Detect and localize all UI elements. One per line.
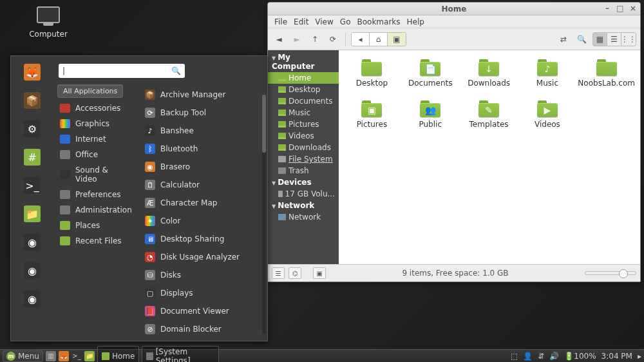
search-button[interactable]: 🔍	[574, 32, 589, 46]
side-section-devices[interactable]: Devices	[268, 176, 339, 188]
folder-music[interactable]: ♪Music	[520, 58, 576, 88]
back-button[interactable]: ◄	[272, 32, 286, 46]
all-applications-chip[interactable]: All Applications	[57, 84, 123, 98]
app-archive-manager[interactable]: 📦Archive Manager	[140, 86, 265, 104]
category-label: Administration	[75, 205, 132, 214]
volume-icon[interactable]: 🔊	[549, 352, 559, 361]
app-color[interactable]: ✦Color	[140, 212, 265, 230]
side-item-pictures[interactable]: Pictures	[268, 119, 339, 130]
menu-view[interactable]: View	[312, 16, 336, 28]
fav-terminal-fav[interactable]: #	[24, 149, 41, 166]
category-accessories[interactable]: Accessories	[56, 100, 135, 116]
fav-files[interactable]: 📁	[24, 205, 41, 222]
menu-file[interactable]: File	[272, 16, 290, 28]
menu-help[interactable]: Help	[404, 16, 427, 28]
tray-toggle-icon[interactable]: ▸	[638, 352, 641, 361]
folder-templates[interactable]: ✎Templates	[461, 99, 517, 129]
forward-button[interactable]: ►	[290, 32, 304, 46]
side-item-17-gb-volu-[interactable]: 17 GB Volu...	[268, 188, 339, 200]
side-item-downloads[interactable]: Downloads	[268, 142, 339, 153]
icon-view[interactable]: Desktop📄Documents↓Downloads♪MusicNoobsLa…	[339, 50, 640, 264]
fav-package[interactable]: 📦	[24, 92, 41, 109]
side-item-videos[interactable]: Videos	[268, 130, 339, 142]
desktop-icon-computer[interactable]: Computer	[29, 6, 68, 39]
app-document-viewer[interactable]: 📕Document Viewer	[140, 302, 265, 320]
side-item-file-system[interactable]: File System	[268, 153, 339, 165]
fav-disc2[interactable]: ◉	[24, 262, 41, 279]
list-view-button[interactable]: ☰	[607, 33, 621, 46]
category-places[interactable]: Places	[56, 218, 135, 233]
menu-button[interactable]: m Menu	[3, 350, 43, 362]
menu-edit[interactable]: Edit	[291, 16, 311, 28]
close-button[interactable]: ×	[629, 4, 638, 13]
quicklaunch-terminal[interactable]: >_	[71, 351, 82, 361]
path-current[interactable]: ▣	[388, 33, 406, 46]
fav-settings[interactable]: ⚙	[24, 120, 41, 137]
reload-button[interactable]: ⟳	[326, 32, 340, 46]
updates-icon[interactable]: ⬚	[511, 352, 518, 361]
user-icon[interactable]: 👤	[523, 352, 533, 361]
side-item-network[interactable]: Network	[268, 211, 339, 223]
category-internet[interactable]: Internet	[56, 131, 135, 147]
fav-disc1[interactable]: ◉	[24, 234, 41, 251]
app-desktop-sharing[interactable]: 🖥Desktop Sharing	[140, 230, 265, 248]
up-button[interactable]: ↑	[308, 32, 322, 46]
category-preferences[interactable]: Preferences	[56, 187, 135, 202]
menu-bookmarks[interactable]: Bookmarks	[354, 16, 402, 28]
side-item-desktop[interactable]: Desktop	[268, 84, 339, 95]
fav-firefox[interactable]: 🦊	[24, 64, 41, 81]
places-toggle-button[interactable]: ☰	[272, 267, 285, 279]
app-calculator[interactable]: 🗒Calculator	[140, 176, 265, 194]
terminal-button[interactable]: ▣	[313, 267, 326, 279]
show-desktop-button[interactable]: ▥	[46, 351, 56, 361]
compact-view-button[interactable]: ⋮⋮	[621, 33, 636, 46]
zoom-slider[interactable]	[585, 271, 636, 275]
app-brasero[interactable]: ◉Brasero	[140, 158, 265, 176]
toggle-location-button[interactable]: ⇄	[556, 32, 571, 46]
tree-toggle-button[interactable]: ⌬	[289, 267, 301, 279]
folder-noobslab-com[interactable]: NoobsLab.com	[578, 58, 635, 88]
app-banshee[interactable]: ♪Banshee	[140, 122, 265, 140]
side-item-trash[interactable]: Trash	[268, 165, 339, 176]
side-section-network[interactable]: Network	[268, 200, 339, 211]
category-graphics[interactable]: Graphics	[56, 116, 135, 131]
app-character-map[interactable]: ÆCharacter Map	[140, 194, 265, 212]
path-previous[interactable]: ◂	[352, 33, 370, 46]
path-home[interactable]: ⌂	[370, 33, 388, 46]
category-sound-video[interactable]: Sound & Video	[56, 162, 135, 187]
fav-disc3[interactable]: ◉	[24, 291, 41, 307]
side-item-documents[interactable]: Documents	[268, 95, 339, 107]
app-scrollbar[interactable]	[262, 95, 266, 334]
category-office[interactable]: Office	[56, 147, 135, 162]
menu-go[interactable]: Go	[337, 16, 354, 28]
icon-view-button[interactable]: ▦	[593, 33, 607, 46]
folder-desktop[interactable]: Desktop	[344, 58, 400, 88]
app-domain-blocker[interactable]: ⊘Domain Blocker	[140, 320, 265, 338]
app-backup-tool[interactable]: ⟳Backup Tool	[140, 104, 265, 122]
battery-icon[interactable]: 🔋100%	[564, 352, 596, 361]
clock[interactable]: 3:04 PM	[601, 352, 632, 361]
titlebar[interactable]: Home – □ ×	[268, 3, 640, 15]
app-disk-usage-analyzer[interactable]: ◔Disk Usage Analyzer	[140, 248, 265, 266]
folder-public[interactable]: 👥Public	[402, 99, 459, 129]
app-displays[interactable]: ▢Displays	[140, 284, 265, 302]
minimize-button[interactable]: –	[603, 4, 612, 13]
folder-pictures[interactable]: ▣Pictures	[344, 99, 400, 129]
folder-downloads[interactable]: ↓Downloads	[461, 58, 517, 88]
category-recent-files[interactable]: Recent Files	[56, 233, 135, 249]
task-home[interactable]: Home	[97, 346, 139, 363]
fav-console[interactable]: >_	[24, 177, 41, 194]
folder-videos[interactable]: ▶Videos	[520, 99, 576, 129]
network-icon[interactable]: ⇵	[538, 352, 544, 361]
app-bluetooth[interactable]: ᛒBluetooth	[140, 140, 265, 158]
quicklaunch-firefox[interactable]: 🦊	[59, 351, 69, 361]
task--system-settings-[interactable]: [System Settings]	[142, 346, 219, 363]
app-disks[interactable]: ⛁Disks	[140, 266, 265, 284]
quicklaunch-files[interactable]: 📁	[84, 351, 95, 361]
folder-documents[interactable]: 📄Documents	[402, 58, 459, 88]
side-item-music[interactable]: Music	[268, 107, 339, 119]
maximize-button[interactable]: □	[616, 4, 625, 13]
side-section-my-computer[interactable]: My Computer	[268, 52, 339, 72]
side-item-home[interactable]: Home	[268, 72, 339, 84]
category-administration[interactable]: Administration	[56, 202, 135, 218]
